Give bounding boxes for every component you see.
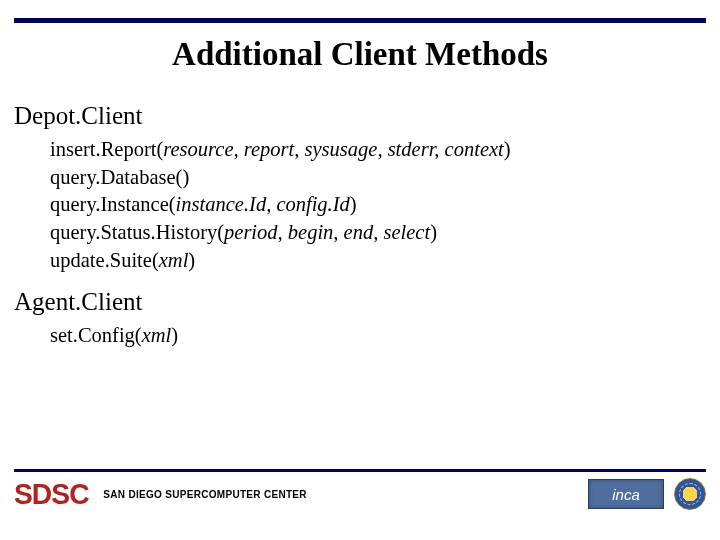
method-name: insert.Report (50, 138, 156, 160)
method-item: query.Database() (50, 164, 706, 192)
method-item: query.Status.History(period, begin, end,… (50, 219, 706, 247)
method-name: query.Database (50, 166, 176, 188)
method-item: query.Instance(instance.Id, config.Id) (50, 191, 706, 219)
sdsc-logo: SDSC (14, 479, 89, 509)
top-rule (14, 18, 706, 23)
method-item: update.Suite(xml) (50, 247, 706, 275)
inca-logo: inca (588, 479, 664, 509)
section-heading: Depot.Client (14, 102, 706, 130)
inca-logo-text: inca (612, 486, 640, 503)
slide-title: Additional Client Methods (0, 36, 720, 73)
method-item: insert.Report(resource, report, sysusage… (50, 136, 706, 164)
method-params: xml (142, 324, 172, 346)
method-name: update.Suite (50, 249, 152, 271)
method-params: period, begin, end, select (224, 221, 430, 243)
emblem-icon (674, 478, 706, 510)
method-list: insert.Report(resource, report, sysusage… (50, 136, 706, 274)
method-list: set.Config(xml) (50, 322, 706, 350)
method-params: instance.Id, config.Id (176, 193, 350, 215)
footer-rule (14, 469, 706, 472)
slide-footer: SDSC SAN DIEGO SUPERCOMPUTER CENTER inca (14, 469, 706, 510)
method-name: set.Config (50, 324, 135, 346)
footer-left: SDSC SAN DIEGO SUPERCOMPUTER CENTER (14, 479, 307, 509)
method-params: xml (159, 249, 189, 271)
method-name: query.Status.History (50, 221, 217, 243)
slide-content: Depot.Client insert.Report(resource, rep… (14, 96, 706, 364)
method-name: query.Instance (50, 193, 169, 215)
method-params: resource, report, sysusage, stderr, cont… (163, 138, 503, 160)
section-heading: Agent.Client (14, 288, 706, 316)
method-item: set.Config(xml) (50, 322, 706, 350)
footer-right: inca (588, 478, 706, 510)
footer-org-text: SAN DIEGO SUPERCOMPUTER CENTER (103, 489, 306, 500)
footer-row: SDSC SAN DIEGO SUPERCOMPUTER CENTER inca (14, 478, 706, 510)
